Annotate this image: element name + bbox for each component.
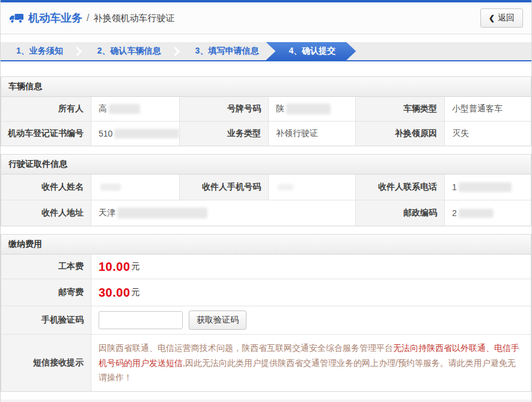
registration-cert-number-label: 机动车登记证书编号 <box>1 122 91 146</box>
recipient-name-label: 收件人姓名 <box>1 175 91 200</box>
recipient-address-value: 天津 <box>91 200 355 226</box>
sms-notice-label: 短信接收提示 <box>1 335 91 391</box>
fees-section: 缴纳费用 工本费 10.00 元 邮寄费 30.00 元 手机验证码 获取验证码… <box>1 234 531 392</box>
breadcrumb-current: 补换领机动车行驶证 <box>93 13 174 24</box>
registration-cert-number-value: 510 <box>91 122 179 146</box>
sms-notice-text: 因陕西省联通、电信运营商技术问题，陕西省互联网交通安全综合服务管理平台无法向持陕… <box>91 335 531 391</box>
owner-value: 高 <box>91 97 179 121</box>
step-3-fill-application[interactable]: 3、填写申请信息 <box>180 42 275 60</box>
truck-icon <box>9 13 23 23</box>
replacement-reason-value: 灭失 <box>445 122 531 146</box>
recipient-address-label: 收件人地址 <box>1 200 91 226</box>
plate-number-label: 号牌号码 <box>180 97 268 121</box>
production-fee-unit: 元 <box>132 261 140 272</box>
postage-fee-amount: 30.00 <box>99 286 130 300</box>
main-content: 车辆信息 所有人 高 号牌号码 陕 车辆类型 小型普通客车 机动车登记证书编号 … <box>1 76 531 392</box>
production-fee-value: 10.00 元 <box>91 255 531 279</box>
recipient-name-value <box>91 175 179 200</box>
sms-code-row: 获取验证码 <box>91 306 531 334</box>
business-type-value: 补领行驶证 <box>269 122 355 146</box>
vehicle-type-label: 车辆类型 <box>356 97 444 121</box>
page-title: 机动车业务 <box>28 11 82 25</box>
footer-action-bar: 上一步 完成 <box>1 400 531 402</box>
chevron-left-icon: ❮ <box>489 14 495 22</box>
page-header: 机动车业务 / 补换领机动车行驶证 ❮ 返回 <box>1 2 531 34</box>
postage-fee-unit: 元 <box>132 287 140 298</box>
get-sms-code-button[interactable]: 获取验证码 <box>189 311 246 330</box>
recipient-mobile-value <box>269 175 355 200</box>
breadcrumb: 机动车业务 / 补换领机动车行驶证 <box>9 11 174 25</box>
redacted-value <box>459 209 494 218</box>
postal-code-label: 邮政编码 <box>356 200 444 226</box>
redacted-value <box>286 104 331 114</box>
recipient-phone-label: 收件人联系电话 <box>356 175 444 200</box>
postage-fee-value: 30.00 元 <box>91 279 531 306</box>
redacted-value <box>117 208 207 218</box>
redacted-value <box>278 184 293 190</box>
sms-code-input[interactable] <box>99 311 183 329</box>
redacted-value <box>109 104 140 114</box>
vehicle-info-title: 车辆信息 <box>1 77 531 97</box>
back-button[interactable]: ❮ 返回 <box>480 8 523 28</box>
recipient-phone-value: 1 <box>445 175 531 200</box>
step-1-business-notice[interactable]: 1、业务须知 <box>1 42 79 60</box>
back-button-label: 返回 <box>498 13 515 23</box>
step-4-confirm-submit[interactable]: 4、确认提交 <box>266 42 356 60</box>
breadcrumb-separator: / <box>87 13 89 23</box>
step-2-confirm-vehicle[interactable]: 2、确认车辆信息 <box>82 42 177 60</box>
postal-code-value: 2 <box>445 200 531 226</box>
plate-number-value: 陕 <box>269 97 355 121</box>
production-fee-label: 工本费 <box>1 255 91 279</box>
vehicle-info-section: 车辆信息 所有人 高 号牌号码 陕 车辆类型 小型普通客车 机动车登记证书编号 … <box>1 76 531 146</box>
owner-label: 所有人 <box>1 97 91 121</box>
replacement-reason-label: 补换领原因 <box>356 122 444 146</box>
postage-fee-label: 邮寄费 <box>1 279 91 306</box>
redacted-value <box>114 129 179 138</box>
recipient-mobile-label: 收件人手机号码 <box>180 175 268 200</box>
production-fee-amount: 10.00 <box>99 260 130 274</box>
business-type-label: 业务类型 <box>180 122 268 146</box>
pickup-info-title: 行驶证取件信息 <box>1 155 531 175</box>
redacted-value <box>459 182 512 192</box>
wizard-steps: 1、业务须知 2、确认车辆信息 3、填写申请信息 4、确认提交 <box>1 42 531 61</box>
pickup-info-section: 行驶证取件信息 收件人姓名 收件人手机号码 收件人联系电话 1 收件人地址 <box>1 154 531 226</box>
sms-notice-part1: 因陕西省联通、电信运营商技术问题，陕西省互联网交通安全综合服务管理平台 <box>99 343 393 353</box>
page: 机动车业务 / 补换领机动车行驶证 ❮ 返回 1、业务须知 2、确认车辆信息 3… <box>0 0 532 402</box>
sms-code-label: 手机验证码 <box>1 306 91 334</box>
fees-title: 缴纳费用 <box>1 235 531 255</box>
vehicle-type-value: 小型普通客车 <box>445 97 531 121</box>
redacted-value <box>100 184 121 191</box>
